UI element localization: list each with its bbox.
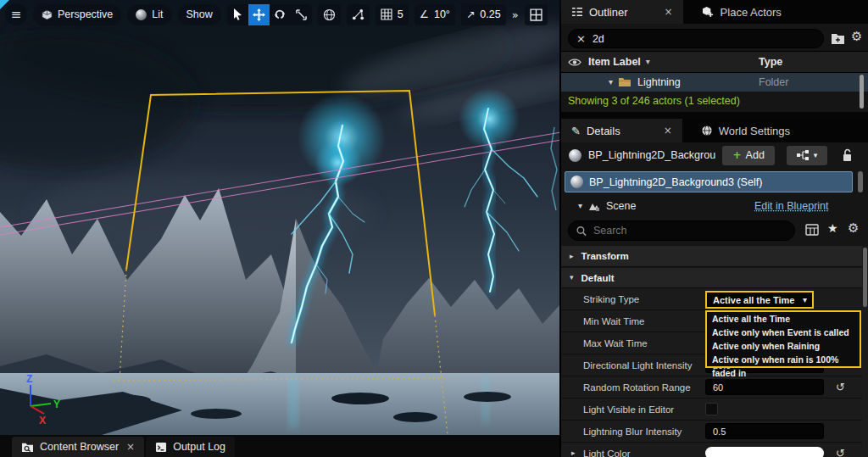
tab-content-browser[interactable]: Content Browser × xyxy=(12,437,144,457)
tab-outliner[interactable]: Outliner × xyxy=(561,0,683,24)
details-icon: ✎ xyxy=(571,125,581,137)
viewport-layout-button[interactable] xyxy=(525,4,548,25)
lock-open-icon[interactable] xyxy=(841,148,853,162)
snap-icon xyxy=(352,8,364,21)
grid-snap-value: 5 xyxy=(398,8,403,20)
properties-scrollbar-track[interactable] xyxy=(862,246,868,457)
rotation-snap-button[interactable]: ∠ 10° xyxy=(415,4,455,25)
grid-icon xyxy=(381,8,392,20)
clear-search-icon[interactable]: × xyxy=(576,33,586,44)
outliner-row-lightning[interactable]: ▾ Lightning Folder xyxy=(561,73,868,92)
scale-snap-button[interactable]: ↗ 0.25 xyxy=(461,4,506,25)
edit-in-blueprint-link[interactable]: Edit in Blueprint xyxy=(754,200,829,212)
close-icon[interactable]: × xyxy=(664,125,672,136)
expand-chevron-icon[interactable]: ▸ xyxy=(571,449,576,457)
sort-chevron-icon: ▾ xyxy=(646,58,650,66)
surface-snapping-button[interactable] xyxy=(347,4,370,25)
dropdown-option[interactable]: Active only when Raining xyxy=(707,339,860,353)
move-icon xyxy=(253,8,265,21)
blueprint-graph-button[interactable]: ▾ xyxy=(787,146,827,165)
section-default[interactable]: ▾ Default xyxy=(561,268,862,288)
outliner-column-header: Item Label ▾ Type xyxy=(561,51,868,73)
add-component-button[interactable]: + Add xyxy=(722,146,775,165)
scale-tool-button[interactable] xyxy=(291,4,312,25)
property-row-light-visible-in-editor: Light Visible in Editor xyxy=(561,398,862,421)
dropdown-option[interactable]: Active only when Event is called xyxy=(707,326,860,339)
dropdown-option[interactable]: Active only when rain is 100% faded in xyxy=(707,353,860,380)
details-search-input[interactable] xyxy=(593,225,787,237)
outliner-search[interactable]: × xyxy=(568,29,824,48)
move-tool-button[interactable] xyxy=(248,4,270,25)
tab-world-settings[interactable]: World Settings xyxy=(691,119,800,142)
component-tree-scrollbar[interactable] xyxy=(858,171,863,192)
gizmo-z-label: Z xyxy=(26,373,32,385)
dropdown-option[interactable]: Active all the Time xyxy=(707,312,860,326)
scale-icon xyxy=(296,9,307,20)
viewport[interactable]: Z Y X ≡ Perspective Lit Show 5 ∠ xyxy=(0,0,561,435)
property-label: Light Color xyxy=(561,449,705,457)
section-transform[interactable]: ▸ Transform xyxy=(561,246,862,267)
outliner-settings-icon[interactable]: ⚙ xyxy=(851,31,862,43)
rotate-tool-button[interactable] xyxy=(270,4,291,25)
transform-tools xyxy=(227,4,312,25)
display-filter-icon[interactable] xyxy=(805,224,819,236)
actor-name: BP_Lightning2D_Backgrou xyxy=(588,149,722,161)
details-search[interactable] xyxy=(568,220,795,241)
lit-mode-button[interactable]: Lit xyxy=(127,4,171,25)
eye-icon[interactable] xyxy=(568,58,581,67)
viewport-menu-button[interactable]: ≡ xyxy=(5,3,27,25)
favorites-star-icon[interactable]: ★ xyxy=(827,222,838,234)
outliner-status: Showing 3 of 246 actors (1 selected) xyxy=(568,95,740,107)
component-row-self[interactable]: BP_Lightning2D_Background3 (Self) xyxy=(565,171,853,192)
reset-to-default-icon[interactable]: ↺ xyxy=(836,382,845,393)
row-type: Folder xyxy=(759,76,788,88)
toolbar-overflow-button[interactable]: » xyxy=(512,9,519,20)
grid-snap-button[interactable]: 5 xyxy=(376,4,409,25)
outliner-scrollbar[interactable] xyxy=(860,75,864,109)
details-tab-bar: ✎ Details × World Settings xyxy=(561,119,868,142)
properties-scrollbar-thumb[interactable] xyxy=(863,248,867,307)
lightning-blur-intensity-input[interactable]: 0.5 xyxy=(705,423,824,439)
component-row-scene[interactable]: ▾ Scene Edit in Blueprint xyxy=(561,195,868,216)
cube-icon xyxy=(42,9,53,20)
column-item-label[interactable]: Item Label xyxy=(588,56,641,68)
tab-output-log[interactable]: Output Log xyxy=(146,437,235,457)
world-settings-icon xyxy=(701,125,713,137)
expand-chevron-icon[interactable]: ▾ xyxy=(609,78,613,86)
diagonal-arrow-icon: ↗ xyxy=(466,9,475,20)
show-button[interactable]: Show xyxy=(178,4,221,25)
rotation-snap-value: 10° xyxy=(434,8,450,20)
light-color-swatch[interactable] xyxy=(705,447,824,457)
expand-chevron-icon[interactable]: ▾ xyxy=(578,202,582,210)
rock-island xyxy=(393,412,437,422)
cursor-icon xyxy=(232,8,243,20)
close-icon[interactable]: × xyxy=(665,7,673,17)
select-tool-button[interactable] xyxy=(227,4,248,25)
tab-details[interactable]: ✎ Details × xyxy=(561,119,682,142)
property-row-lightning-blur-intensity: Lightning Blur Intensity 0.5 xyxy=(561,421,862,443)
property-row-light-color: ▸ Light Color ↺ xyxy=(561,443,862,457)
perspective-button[interactable]: Perspective xyxy=(33,4,121,25)
new-folder-icon[interactable] xyxy=(831,32,845,45)
bottom-dock-bar: Content Browser × Output Log xyxy=(0,435,561,457)
outliner-search-input[interactable] xyxy=(593,33,815,45)
property-label: Max Wait Time xyxy=(561,338,705,348)
lit-sphere-icon xyxy=(136,9,147,20)
reset-to-default-icon[interactable]: ↺ xyxy=(836,448,845,457)
world-coordinate-button[interactable] xyxy=(318,4,341,25)
property-label: Random Rotation Range xyxy=(561,382,705,393)
hamburger-icon: ≡ xyxy=(11,8,22,21)
light-visible-checkbox[interactable] xyxy=(705,403,718,415)
folder-icon xyxy=(618,77,632,87)
tab-place-actors[interactable]: Place Actors xyxy=(692,0,792,24)
striking-type-dropdown[interactable]: Active all the Time ▾ xyxy=(705,291,814,309)
striking-type-dropdown-menu: Active all the Time Active only when Eve… xyxy=(705,310,861,368)
details-settings-icon[interactable]: ⚙ xyxy=(848,222,859,235)
property-label: Min Wait Time xyxy=(561,316,705,326)
rock-island xyxy=(191,409,242,419)
scale-snap-value: 0.25 xyxy=(480,8,500,20)
close-icon[interactable]: × xyxy=(126,442,135,452)
gizmo-x-label: X xyxy=(39,415,46,426)
random-rotation-range-input[interactable]: 60 xyxy=(705,379,824,395)
column-type[interactable]: Type xyxy=(759,56,782,68)
